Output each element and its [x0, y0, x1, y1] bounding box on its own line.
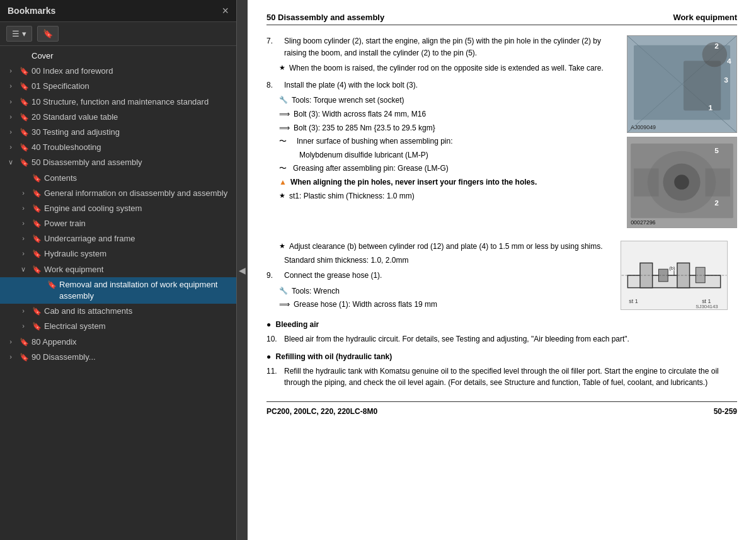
diagram-col: st 1 st 1 SJ304143 (b)	[621, 241, 737, 313]
expand-icon: ›	[5, 97, 16, 106]
bleeding-header: ● Bleeding air	[266, 319, 737, 331]
page-header: 50 Disassembly and assembly Work equipme…	[266, 13, 737, 25]
step9-num: 9.	[266, 270, 278, 282]
grease-hose-icon: ⟹	[279, 299, 290, 311]
menu-dropdown-button[interactable]: ☰ ▾	[6, 26, 32, 42]
sidebar-item-label: Removal and installation of work equipme…	[59, 279, 234, 302]
sidebar-item-50-engine[interactable]: › 🔖 Engine and cooling system	[0, 201, 236, 216]
sidebar-item-40[interactable]: › 🔖 40 Troubleshooting	[0, 140, 236, 155]
sidebar-item-50-work[interactable]: ∨ 🔖 Work equipment	[0, 262, 236, 277]
note7a-text: When the boom is raised, the cylinder ro…	[289, 62, 604, 74]
wrench9-icon: 🔧	[279, 285, 288, 296]
page-header-left: 50 Disassembly and assembly	[266, 13, 384, 22]
adjust-star-icon: ★	[279, 241, 285, 251]
torque-icon: ⟹	[279, 122, 290, 134]
step9-text: Connect the grease hose (1).	[284, 271, 382, 280]
sidebar-item-20[interactable]: › 🔖 20 Standard value table	[0, 110, 236, 125]
expand-icon: ›	[18, 234, 29, 243]
sidebar-item-label: 50 Disassembly and assembly	[32, 157, 234, 168]
expand-icon: ›	[18, 188, 29, 198]
close-button[interactable]: ×	[222, 5, 229, 16]
torque-text: Bolt (3): 235 to 285 Nm {23.5 to 29.5 kg…	[294, 122, 435, 134]
sidebar-item-50[interactable]: ∨ 🔖 50 Disassembly and assembly	[0, 155, 236, 170]
expand-icon: ∨	[5, 158, 16, 167]
bookmark-icon: 🔖	[32, 265, 42, 275]
lubricant-text: Molybdenum disulfide lubricant (LM-P)	[299, 151, 428, 159]
sidebar: Bookmarks × ☰ ▾ 🔖 Cover › 🔖 00 Index and…	[0, 0, 236, 540]
st1-star-icon: ★	[279, 190, 285, 201]
expand-icon: ›	[18, 306, 29, 316]
warning-text: When aligning the pin holes, never inser…	[290, 176, 537, 188]
sidebar-item-label: 00 Index and foreword	[32, 66, 234, 77]
expand-icon: ›	[18, 321, 29, 331]
sidebar-item-50-hydraulic[interactable]: › 🔖 Hydraulic system	[0, 246, 236, 261]
sidebar-item-80[interactable]: › 🔖 80 Appendix	[0, 335, 236, 350]
sidebar-item-50-work-removal[interactable]: 🔖 Removal and installation of work equip…	[0, 277, 236, 304]
sidebar-item-50-general[interactable]: › 🔖 General information on disassembly a…	[0, 186, 236, 201]
inner-surface-row: 〜 Inner surface of bushing when assembli…	[279, 135, 619, 147]
star-icon: ★	[279, 62, 285, 73]
step10-content: Bleed air from the hydraulic circuit. Fo…	[284, 333, 737, 345]
page-footer: PC200, 200LC, 220, 220LC-8M0 50-259	[266, 401, 737, 418]
adjust-text-col: ★ Adjust clearance (b) between cylinder …	[266, 241, 613, 313]
bolt-icon: ⟹	[279, 108, 290, 120]
shim-row: Standard shim thickness: 1.0, 2.0mm	[284, 255, 613, 267]
svg-text:4: 4	[727, 57, 731, 66]
greasing-text: Greasing after assembling pin: Grease (L…	[293, 163, 449, 175]
bookmark-icon: 🔖	[19, 66, 29, 77]
bookmark-tree: Cover › 🔖 00 Index and foreword › 🔖 01 S…	[0, 46, 236, 540]
svg-rect-16	[634, 168, 658, 196]
inner-surface-label: Inner surface of bushing when assembling…	[297, 135, 452, 147]
bookmark-button[interactable]: 🔖	[37, 26, 59, 42]
sidebar-item-90[interactable]: › 🔖 90 Disassembly...	[0, 350, 236, 365]
image-area-top: AJ009049 2 4 3 1	[627, 35, 737, 228]
step8-row: 8. Install the plate (4) with the lock b…	[266, 79, 619, 91]
svg-text:st 1: st 1	[629, 298, 638, 304]
collapse-panel-button[interactable]: ◀	[236, 0, 248, 540]
page-header-right: Work equipment	[673, 13, 737, 22]
bookmark-icon: 🔖	[32, 234, 42, 244]
sidebar-item-50-power[interactable]: › 🔖 Power train	[0, 216, 236, 231]
sidebar-item-label: 30 Testing and adjusting	[32, 127, 234, 138]
sidebar-item-30[interactable]: › 🔖 30 Testing and adjusting	[0, 125, 236, 140]
svg-text:1: 1	[708, 103, 713, 112]
footer-left: PC200, 200LC, 220, 220LC-8M0	[266, 406, 377, 418]
bookmark-icon: 🔖	[19, 352, 29, 363]
step10-text: Bleed air from the hydraulic circuit. Fo…	[284, 335, 629, 343]
sidebar-item-50-cab[interactable]: › 🔖 Cab and its attachments	[0, 304, 236, 319]
refill-bullet: ●	[266, 352, 271, 361]
expand-icon: ∨	[18, 265, 29, 274]
sidebar-item-cover[interactable]: Cover	[0, 49, 236, 64]
step7-content: Sling boom cylinder (2), start the engin…	[284, 35, 619, 59]
step11-content: Refill the hydraulic tank with Komatsu g…	[284, 365, 737, 389]
step9-content: Connect the grease hose (1).	[284, 270, 613, 282]
sidebar-item-10[interactable]: › 🔖 10 Structure, function and maintenan…	[0, 95, 236, 110]
bookmark-icon: 🔖	[19, 112, 29, 123]
adjust-text: Adjust clearance (b) between cylinder ro…	[289, 241, 603, 253]
svg-text:SJ304143: SJ304143	[696, 304, 718, 309]
step10-row: 10. Bleed air from the hydraulic circuit…	[266, 333, 737, 345]
svg-rect-17	[705, 168, 730, 196]
warning-icon: ▲	[279, 176, 287, 188]
sidebar-item-label: 01 Specification	[32, 81, 234, 92]
svg-rect-5	[684, 60, 721, 110]
sidebar-item-label: 10 Structure, function and maintenance s…	[32, 96, 234, 108]
sidebar-item-label: 80 Appendix	[32, 336, 234, 348]
sidebar-item-50-contents[interactable]: 🔖 Contents	[0, 171, 236, 186]
svg-text:00027296: 00027296	[631, 219, 655, 226]
sidebar-item-01[interactable]: › 🔖 01 Specification	[0, 79, 236, 94]
bookmark-icon: 🔖	[32, 306, 42, 317]
step10-num: 10.	[266, 333, 278, 345]
st1-text: st1: Plastic shim (Thickness: 1.0 mm)	[289, 190, 415, 202]
bookmark-icon: 🔖	[32, 321, 42, 332]
sidebar-item-00[interactable]: › 🔖 00 Index and foreword	[0, 64, 236, 79]
svg-text:5: 5	[714, 146, 719, 155]
sidebar-item-label: Work equipment	[44, 264, 234, 275]
refill-header: ● Refilling with oil (hydraulic tank)	[266, 351, 737, 363]
sidebar-item-label: 20 Standard value table	[32, 112, 234, 123]
sidebar-item-50-under[interactable]: › 🔖 Undercarriage and frame	[0, 231, 236, 246]
step11-row: 11. Refill the hydraulic tank with Komat…	[266, 365, 737, 389]
sidebar-item-50-electrical[interactable]: › 🔖 Electrical system	[0, 319, 236, 334]
bolt3-text: Bolt (3): Width across flats 24 mm, M16	[294, 108, 426, 120]
sidebar-item-label: Cab and its attachments	[44, 306, 234, 317]
